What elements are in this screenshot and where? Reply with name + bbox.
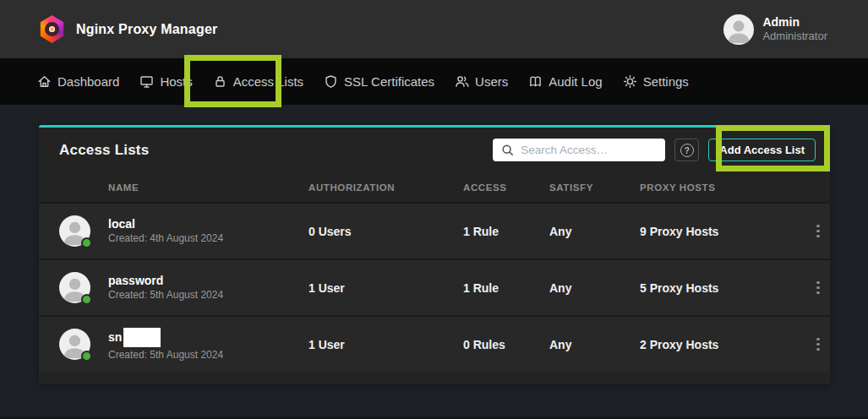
search-box (493, 139, 665, 161)
proxy-hosts-value: 9 Proxy Hosts (640, 225, 801, 238)
authorization-value: 1 User (308, 281, 463, 295)
nav-item-dashboard[interactable]: Dashboard (37, 74, 119, 89)
nav-item-hosts[interactable]: Hosts (139, 74, 192, 89)
panel-title: Access Lists (59, 142, 149, 159)
actions-cell (801, 276, 830, 300)
proxy-hosts-value: 2 Proxy Hosts (640, 338, 801, 351)
nav-item-audit-log[interactable]: Audit Log (528, 74, 602, 89)
avatar (59, 272, 90, 303)
proxy-hosts-value: 5 Proxy Hosts (640, 281, 801, 295)
table-row[interactable]: sn Created: 5th August 2024 1 User 0 Rul… (39, 315, 830, 372)
row-menu-button[interactable] (811, 276, 825, 300)
user-role: Administrator (762, 30, 827, 43)
access-list-name: password (108, 274, 223, 287)
status-dot (81, 351, 92, 362)
created-date: Created: 5th August 2024 (108, 290, 223, 302)
home-icon (37, 74, 52, 89)
status-dot (81, 237, 92, 248)
brand: Nginx Proxy Manager (39, 15, 217, 43)
nav-label: Dashboard (57, 74, 119, 89)
row-menu-button[interactable] (811, 333, 825, 356)
access-list-name: local (108, 217, 223, 231)
nav-item-ssl-certificates[interactable]: SSL Certificates (324, 74, 434, 89)
nav-item-access-lists[interactable]: Access Lists (213, 74, 303, 89)
shield-icon (324, 74, 338, 89)
access-value: 1 Rule (463, 225, 549, 238)
column-header-authorization: AUTHORIZATION (308, 182, 463, 193)
actions-cell (801, 220, 830, 243)
user-text: Admin Administrator (762, 15, 827, 44)
nav-item-settings[interactable]: Settings (623, 74, 689, 89)
name-lines: password Created: 5th August 2024 (108, 274, 223, 302)
name-cell: local Created: 4th August 2024 (39, 215, 308, 247)
name-lines: sn Created: 5th August 2024 (108, 328, 223, 362)
app-title: Nginx Proxy Manager (76, 22, 217, 37)
main-nav: Dashboard Hosts Access Lists SSL Certifi… (0, 58, 868, 105)
satisfy-value: Any (549, 338, 640, 351)
column-header-access: ACCESS (463, 182, 549, 193)
actions-cell (801, 333, 830, 356)
avatar (59, 215, 90, 247)
column-header-proxy-hosts: PROXY HOSTS (640, 182, 801, 193)
status-dot (81, 294, 92, 305)
redaction-box (123, 328, 161, 347)
satisfy-value: Any (549, 281, 640, 295)
search-input[interactable] (521, 144, 657, 156)
users-icon (455, 74, 469, 89)
content-area: Access Lists ? Add Access List NAME AUTH… (0, 105, 868, 384)
help-icon: ? (680, 144, 694, 157)
authorization-value: 0 Users (308, 225, 463, 238)
satisfy-value: Any (549, 225, 640, 238)
nav-item-users[interactable]: Users (455, 74, 508, 89)
monitor-icon (139, 74, 154, 89)
access-lists-panel: Access Lists ? Add Access List NAME AUTH… (39, 125, 830, 384)
user-menu[interactable]: Admin Administrator (723, 14, 827, 45)
table-row[interactable]: password Created: 5th August 2024 1 User… (39, 258, 830, 315)
created-date: Created: 5th August 2024 (108, 350, 223, 362)
app-logo-icon (39, 15, 65, 43)
created-date: Created: 4th August 2024 (108, 233, 223, 245)
app-header: Nginx Proxy Manager Admin Administrator (0, 0, 868, 58)
gear-icon (623, 74, 637, 89)
column-header-name: NAME (39, 182, 308, 193)
avatar (59, 329, 90, 360)
panel-actions: ? Add Access List (493, 139, 816, 161)
access-value: 1 Rule (463, 281, 549, 295)
name-cell: password Created: 5th August 2024 (39, 272, 308, 303)
user-name: Admin (762, 15, 827, 30)
nav-label: Audit Log (549, 74, 602, 89)
nav-label: Hosts (160, 74, 192, 89)
name-cell: sn Created: 5th August 2024 (39, 328, 308, 362)
name-lines: local Created: 4th August 2024 (108, 217, 223, 245)
access-list-name: sn (108, 328, 223, 347)
table-body: local Created: 4th August 2024 0 Users 1… (39, 202, 830, 372)
lock-icon (213, 74, 227, 89)
nav-label: Access Lists (233, 74, 303, 89)
user-avatar (723, 14, 754, 45)
add-access-list-button[interactable]: Add Access List (708, 139, 816, 161)
nav-label: Users (475, 74, 508, 89)
access-value: 0 Rules (463, 338, 549, 351)
search-icon (501, 143, 514, 157)
person-icon (723, 14, 754, 45)
nav-label: SSL Certificates (344, 74, 434, 89)
book-icon (528, 74, 543, 89)
row-menu-button[interactable] (811, 220, 825, 243)
panel-header: Access Lists ? Add Access List (39, 128, 830, 172)
column-header-satisfy: SATISFY (549, 182, 640, 193)
help-button[interactable]: ? (674, 139, 699, 161)
authorization-value: 1 User (308, 338, 463, 351)
table-header: NAME AUTHORIZATION ACCESS SATISFY PROXY … (39, 172, 830, 202)
table-row[interactable]: local Created: 4th August 2024 0 Users 1… (39, 202, 830, 258)
nav-label: Settings (643, 74, 689, 89)
